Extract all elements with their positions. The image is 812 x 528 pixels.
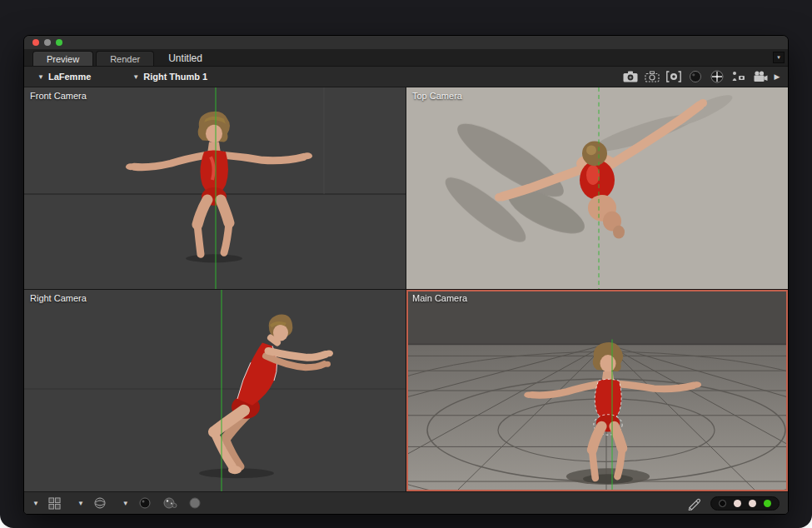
chevron-right-icon: ▶ [775, 72, 780, 81]
figure-selector-label: LaFemme [48, 72, 91, 82]
tab-preview[interactable]: Preview [32, 51, 93, 66]
main-figure-shadow-core [583, 474, 633, 484]
animation-camera-icon [752, 70, 769, 83]
orbit-sphere-icon [710, 69, 725, 84]
tab-render-label: Render [110, 54, 140, 64]
display-dot-pink-1[interactable] [734, 500, 741, 507]
figure-camera-icon [730, 70, 747, 83]
chevron-down-icon: ▾ [777, 54, 780, 61]
flat-shaded-ball-button[interactable] [187, 494, 203, 512]
viewport-front-label: Front Camera [30, 91, 87, 101]
document-tabstrip: Preview Render Untitled ▾ [24, 49, 788, 67]
texture-shaded-ball-icon [162, 496, 177, 510]
smooth-shaded-ball-icon [138, 496, 152, 510]
snapshot-camera-dotted-icon [644, 70, 660, 83]
edit-pencil-icon [687, 496, 701, 511]
right-camera-canvas[interactable] [24, 290, 406, 491]
snapshot-camera-button[interactable] [620, 67, 641, 86]
main-camera-canvas[interactable] [406, 290, 788, 491]
orbit-sphere-button[interactable] [706, 67, 728, 86]
tab-render[interactable]: Render [96, 51, 154, 66]
viewport-layout-button[interactable] [47, 494, 63, 512]
app-window: Preview Render Untitled ▾ ▼ LaFemme ▼ Ri… [23, 35, 789, 515]
close-window-button[interactable] [32, 39, 39, 46]
document-title: Untitled [168, 52, 202, 66]
viewport-top-label: Top Camera [412, 91, 462, 101]
snapshot-camera-icon [622, 70, 639, 83]
dropdown-triangle-icon: ▼ [132, 73, 139, 81]
bottom-toolbar: ▼ ▼ ▼ [24, 491, 788, 514]
minimize-window-button[interactable] [44, 39, 51, 46]
figure-selector-dropdown[interactable]: ▼ LaFemme [29, 67, 99, 87]
zoom-window-button[interactable] [56, 39, 62, 46]
edit-pencil-button[interactable] [685, 494, 703, 512]
viewport-main[interactable]: Main Camera [406, 290, 788, 491]
front-figure-shadow [186, 254, 242, 262]
viewport-top[interactable]: Top Camera [406, 87, 788, 289]
figure-camera-button[interactable] [728, 67, 750, 86]
viewport-layout-icon [48, 497, 61, 510]
animation-camera-button[interactable] [750, 67, 771, 86]
aperture-brackets-icon [665, 70, 682, 83]
tracking-ball-icon [93, 496, 107, 510]
actor-selector-label: Right Thumb 1 [143, 72, 207, 82]
viewport-grid: Front Camera [24, 87, 788, 491]
dark-sphere-button[interactable] [685, 67, 706, 86]
viewport-right-label: Right Camera [30, 293, 87, 303]
display-dot-pink-2[interactable] [749, 500, 756, 507]
dark-sphere-icon [688, 69, 703, 84]
window-titlebar[interactable] [24, 36, 788, 49]
viewport-right[interactable]: Right Camera [24, 290, 406, 491]
viewport-front[interactable]: Front Camera [24, 87, 406, 289]
actor-selector-dropdown[interactable]: ▼ Right Thumb 1 [124, 67, 216, 87]
tracking-ball-button[interactable] [92, 494, 108, 512]
tab-preview-label: Preview [47, 54, 79, 64]
front-camera-canvas[interactable] [24, 87, 406, 289]
aperture-brackets-button[interactable] [663, 67, 685, 86]
smooth-shaded-ball-button[interactable] [137, 494, 153, 512]
desktop-background: Preview Render Untitled ▾ ▼ LaFemme ▼ Ri… [0, 0, 812, 528]
panel-menu-button[interactable]: ▾ [773, 52, 785, 63]
display-dot-black[interactable] [719, 500, 726, 507]
selector-toolbar: ▼ LaFemme ▼ Right Thumb 1 [24, 67, 788, 87]
tracking-menu-arrow-icon[interactable]: ▼ [77, 500, 84, 507]
layout-menu-arrow-icon[interactable]: ▼ [32, 500, 39, 507]
more-cameras-button[interactable]: ▶ [771, 67, 783, 86]
display-style-dots [710, 496, 780, 511]
style-menu-arrow-icon[interactable]: ▼ [122, 500, 129, 507]
right-bg [24, 290, 406, 491]
flat-shaded-ball-icon [188, 496, 202, 510]
snapshot-camera-dotted-button[interactable] [641, 67, 663, 86]
texture-shaded-ball-button[interactable] [161, 494, 179, 512]
display-dot-green[interactable] [764, 500, 771, 507]
viewport-main-label: Main Camera [412, 293, 467, 303]
top-camera-canvas[interactable] [406, 87, 788, 289]
dropdown-triangle-icon: ▼ [37, 73, 44, 81]
